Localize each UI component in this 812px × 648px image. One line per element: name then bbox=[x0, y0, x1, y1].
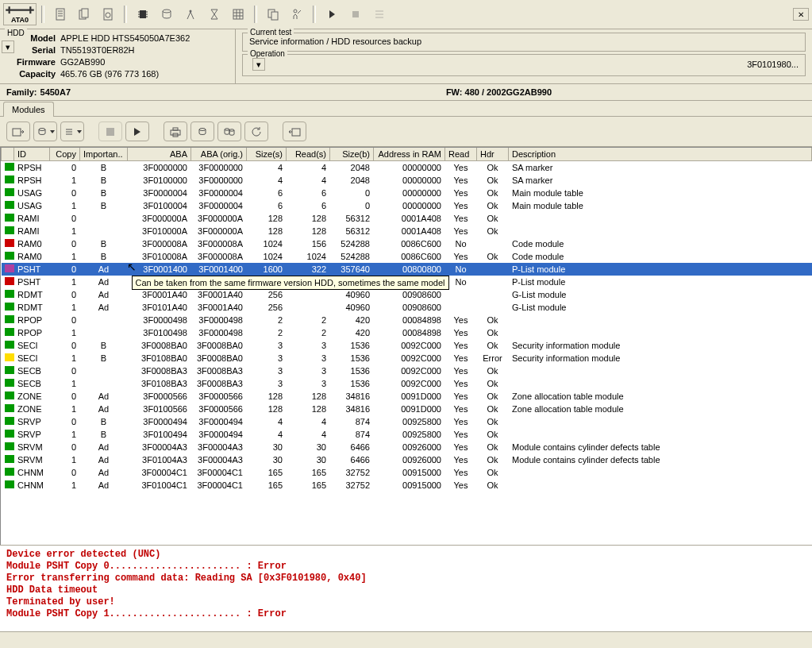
svg-rect-35 bbox=[13, 129, 21, 136]
svg-line-30 bbox=[298, 10, 301, 14]
status-square-icon bbox=[5, 252, 14, 260]
table-row[interactable]: RDMT1Ad3F0101A403F0001A40256409600090860… bbox=[2, 301, 812, 314]
table-row[interactable]: PSHT0Ad3F00014003F0001400160032235764000… bbox=[2, 263, 812, 276]
close-pane-icon[interactable]: ✕ bbox=[793, 8, 809, 21]
docs-stack-icon[interactable] bbox=[73, 3, 95, 25]
status-square-icon bbox=[5, 442, 14, 450]
table-row[interactable]: RAMI03F000000A3F000000A128128563120001A4… bbox=[2, 212, 812, 225]
db-dd-icon[interactable] bbox=[33, 122, 57, 141]
table-row[interactable]: ZONE0Ad3F00005663F0000566128128348160091… bbox=[2, 390, 812, 403]
table-row[interactable]: RPSH0B3F00000003F000000044204800000000Ye… bbox=[2, 161, 812, 175]
table-row[interactable]: CHNM1Ad3F01004C13F00004C1165165327520091… bbox=[2, 479, 812, 492]
table-row[interactable]: SRVP1B3F01004943F00004944487400925800Yes… bbox=[2, 428, 812, 441]
hourglass-icon[interactable] bbox=[203, 3, 225, 25]
table-row[interactable]: SRVP0B3F00004943F00004944487400925800Yes… bbox=[2, 415, 812, 428]
tab-modules[interactable]: Modules bbox=[3, 102, 54, 117]
current-test-value: Service information / HDD resources back… bbox=[249, 37, 421, 46]
status-square-icon bbox=[5, 417, 14, 425]
status-square-icon bbox=[5, 328, 14, 336]
svg-rect-28 bbox=[271, 12, 278, 20]
cylinder-icon[interactable] bbox=[156, 3, 178, 25]
status-square-icon bbox=[5, 239, 14, 247]
table-row[interactable]: SRVM0Ad3F00004A33F00004A3303064660092600… bbox=[2, 441, 812, 453]
import-icon[interactable] bbox=[283, 122, 306, 141]
status-square-icon bbox=[5, 392, 14, 399]
svg-point-44 bbox=[199, 128, 206, 130]
operation-dropdown-icon[interactable]: ▾ bbox=[252, 58, 265, 71]
db-single-icon[interactable] bbox=[190, 122, 214, 141]
status-bar bbox=[0, 631, 812, 648]
table-row[interactable]: USAG1B3F01000043F000000466000000000YesOk… bbox=[2, 199, 812, 212]
ata-label: ATA0 bbox=[11, 16, 29, 24]
table-row[interactable]: RPOP03F00004983F00004982242000084898YesO… bbox=[2, 314, 812, 326]
svg-rect-41 bbox=[171, 130, 180, 135]
table-row[interactable]: RDMT0Ad3F0001A403F0001A40256409600090860… bbox=[2, 288, 812, 301]
table-row[interactable]: RAM01B3F010008A3F000008A1024102452428800… bbox=[2, 250, 812, 263]
status-square-icon bbox=[5, 430, 14, 438]
status-square-icon bbox=[5, 214, 14, 222]
operation-address: 3F0101980... bbox=[747, 60, 799, 69]
person-icon[interactable] bbox=[286, 3, 308, 25]
table-row[interactable]: SECI0B3F0008BA03F0008BA03315360092C000Ye… bbox=[2, 339, 812, 352]
status-square-icon bbox=[5, 315, 14, 323]
table-row[interactable]: USAG0B3F00000043F000000466000000000YesOk… bbox=[2, 187, 812, 199]
table-row[interactable]: SECI1B3F0108BA03F0008BA03315360092C000Ye… bbox=[2, 352, 812, 364]
status-square-icon bbox=[5, 163, 14, 171]
grid-icon[interactable] bbox=[227, 3, 249, 25]
status-square-icon bbox=[5, 188, 14, 196]
copy-icon[interactable] bbox=[262, 3, 284, 25]
svg-rect-11 bbox=[140, 10, 146, 18]
modules-table[interactable]: ID Copy Importan.. ABA ABA (orig.) Size(… bbox=[0, 147, 812, 545]
status-square-icon bbox=[5, 226, 14, 234]
hdd-dropdown-icon[interactable]: ▾ bbox=[2, 40, 14, 53]
hdd-model: APPLE HDD HTS545050A7E362 bbox=[60, 33, 190, 44]
status-square-icon bbox=[5, 468, 14, 476]
svg-rect-47 bbox=[292, 129, 300, 136]
log-panel[interactable]: Device error detected (UNC)Module PSHT C… bbox=[0, 545, 812, 631]
svg-rect-8 bbox=[82, 9, 88, 17]
svg-rect-3 bbox=[56, 9, 64, 20]
table-row[interactable]: RPSH1B3F01000003F000000044204800000000Ye… bbox=[2, 174, 812, 187]
ata-interface-button[interactable]: ATA0 bbox=[3, 3, 37, 25]
svg-point-36 bbox=[39, 128, 45, 130]
svg-point-46 bbox=[229, 129, 234, 130]
table-row[interactable]: SRVM1Ad3F01004A33F00004A3303064660092600… bbox=[2, 453, 812, 466]
fw-value: 480 / 2002GG2AB990 bbox=[465, 87, 552, 97]
table-row[interactable]: RAM00B3F000008A3F000008A1024156524288008… bbox=[2, 237, 812, 250]
status-square-icon bbox=[5, 277, 14, 285]
operation-group: Operation ▾ 3F0101980... bbox=[242, 54, 806, 76]
status-square-icon bbox=[5, 264, 14, 272]
document-icon[interactable] bbox=[49, 3, 71, 25]
table-row[interactable]: RPOP13F01004983F00004982242000084898YesO… bbox=[2, 326, 812, 339]
export-icon[interactable] bbox=[6, 122, 30, 141]
list-icon[interactable] bbox=[368, 3, 391, 25]
table-header[interactable]: ID Copy Importan.. ABA ABA (orig.) Size(… bbox=[2, 148, 812, 161]
stop-icon[interactable] bbox=[344, 3, 367, 25]
sub-stop-icon[interactable] bbox=[98, 122, 122, 141]
svg-line-21 bbox=[190, 12, 194, 19]
compass-icon[interactable] bbox=[179, 3, 202, 25]
print-icon[interactable] bbox=[164, 122, 187, 141]
current-test-group: Current test Service information / HDD r… bbox=[242, 33, 806, 52]
status-square-icon bbox=[5, 201, 14, 209]
table-row[interactable]: SECB03F0008BA33F0008BA33315360092C000Yes… bbox=[2, 364, 812, 377]
svg-line-20 bbox=[187, 12, 190, 19]
gear-doc-icon[interactable] bbox=[97, 3, 119, 25]
db-multi-icon[interactable] bbox=[217, 122, 241, 141]
hdd-serial: TN55193T0ER82H bbox=[60, 44, 135, 56]
table-row[interactable]: ZONE1Ad3F01005663F0000566128128348160091… bbox=[2, 403, 812, 415]
table-row[interactable]: CHNM0Ad3F00004C13F00004C1165165327520091… bbox=[2, 466, 812, 479]
chip-icon[interactable] bbox=[132, 3, 154, 25]
modules-toolbar bbox=[0, 117, 812, 147]
tooltip: Can be taken from the same firmware vers… bbox=[132, 276, 449, 290]
svg-point-18 bbox=[163, 10, 171, 13]
hdd-firmware: GG2AB990 bbox=[60, 56, 105, 68]
table-row[interactable]: SECB13F0108BA33F0008BA33315360092C000Yes… bbox=[2, 377, 812, 390]
status-square-icon bbox=[5, 455, 14, 463]
list-dd-icon[interactable] bbox=[60, 122, 84, 141]
play-icon[interactable] bbox=[321, 3, 343, 25]
table-row[interactable]: RAMI13F010000A3F000000A128128563120001A4… bbox=[2, 225, 812, 237]
refresh-icon[interactable] bbox=[244, 122, 268, 141]
svg-point-29 bbox=[294, 10, 297, 13]
sub-play-icon[interactable] bbox=[125, 122, 149, 141]
